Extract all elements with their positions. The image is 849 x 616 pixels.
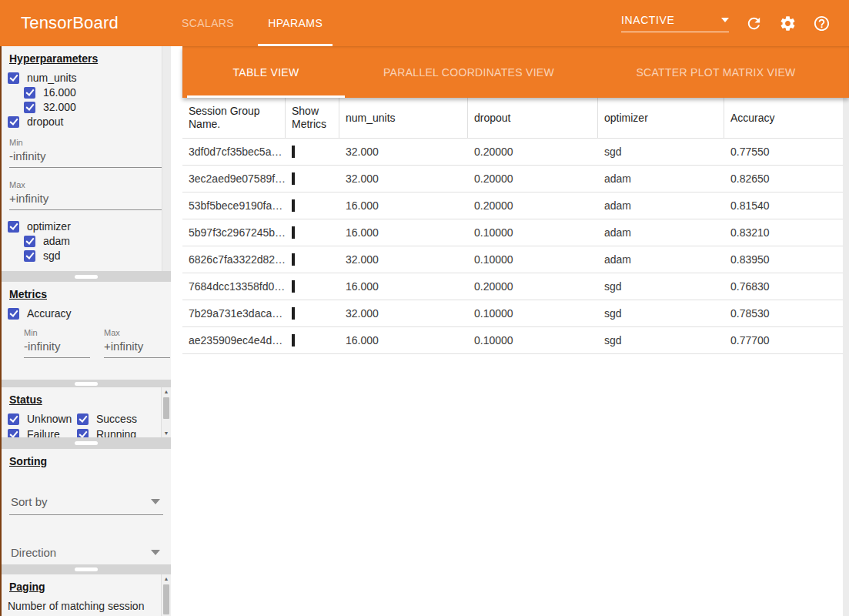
max-field-input[interactable]: +infinity [9,189,163,210]
hparam-checkbox-row: 32.000 [24,100,163,114]
show-metrics-checkbox[interactable] [292,280,295,293]
min-field-label: Min [24,328,90,337]
status-option: Success [77,412,157,426]
show-metrics-checkbox[interactable] [292,253,295,266]
session-group-name-cell: 3df0d7cf35bec5a… [182,146,286,158]
checkbox-label: adam [43,235,70,247]
accuracy-cell: 0.83210 [724,226,849,239]
show-metrics-checkbox[interactable] [292,199,295,212]
session-group-name-cell: 7b29a731e3daca… [182,307,286,320]
max-field-label: Max [9,180,163,189]
table-row: 5b97f3c2967245b… 16.000 0.10000 adam 0.8… [182,219,849,246]
section-scrollbar-track[interactable] [162,46,171,271]
scrollbar-thumb[interactable] [163,584,169,614]
min-field-input[interactable]: -infinity [9,147,163,168]
num-units-checkbox[interactable] [8,72,19,84]
optimizer-sgd-checkbox[interactable] [24,250,35,262]
section-resize-handle[interactable] [75,567,98,571]
section-resize-handle[interactable] [75,382,98,386]
scroll-up-icon[interactable]: ▲ [164,574,169,583]
direction-dropdown[interactable]: Direction [9,543,163,564]
checkbox-label: sgd [43,249,61,262]
status-running-checkbox[interactable] [77,429,89,438]
metrics-max-input[interactable]: +infinity [104,337,170,358]
show-metrics-cell [286,253,339,266]
run-status-dropdown[interactable]: INACTIVE [621,14,729,32]
table-row: 3ec2aed9e07589f… 32.000 0.20000 adam 0.8… [182,166,849,192]
table-row: 7684dcc13358fd0… 16.000 0.20000 sgd 0.76… [182,273,849,300]
metrics-max-field: Max +infinity [104,328,170,358]
optimizer-cell: sgd [598,280,724,293]
matching-session-groups-count: Number of matching session groups: 8 [8,599,150,616]
status-failure-checkbox[interactable] [8,429,19,438]
show-metrics-checkbox[interactable] [292,334,295,346]
refresh-icon[interactable] [744,14,763,32]
show-metrics-checkbox[interactable] [292,146,295,158]
scrollbar-thumb[interactable] [163,397,169,419]
section-divider [2,271,171,282]
hparam-checkbox-row: num_units [8,71,163,85]
table-row: 6826c7fa3322d82… 32.000 0.10000 adam 0.8… [182,246,849,273]
paging-scrollbar[interactable]: ▲ [161,574,171,616]
checkbox-label: Unknown [27,413,72,425]
session-group-name-cell: 5b97f3c2967245b… [182,226,286,239]
optimizer-cell: adam [598,172,724,185]
section-divider [2,380,171,387]
metrics-heading: Metrics [9,288,163,300]
scroll-up-icon[interactable]: ▲ [164,387,169,396]
table-row: 53bf5bece9190fa… 16.000 0.20000 adam 0.8… [182,192,849,219]
table-scrollbar-track[interactable] [843,98,849,616]
hyperparameters-section: Hyperparameters num_units 16.000 32.000 … [2,46,171,271]
dropout-cell: 0.10000 [468,307,598,320]
sorting-section: Sorting Sort by Direction [2,449,171,564]
show-metrics-cell [286,307,339,320]
dropout-checkbox[interactable] [8,116,19,128]
optimizer-checkbox[interactable] [8,221,19,233]
num-units-cell: 16.000 [339,280,468,293]
session-groups-table: Session Group Name. Show Metrics num_uni… [182,98,849,616]
status-scrollbar[interactable]: ▲ ▼ [161,387,171,437]
metrics-min-input[interactable]: -infinity [24,337,90,358]
num-units-32-checkbox[interactable] [24,102,35,113]
column-header-dropout: dropout [468,98,598,138]
hyperparameters-heading: Hyperparameters [9,52,163,65]
column-header-num-units: num_units [339,98,468,138]
sorting-heading: Sorting [9,455,163,467]
hparam-checkbox-row: adam [24,234,163,248]
help-icon[interactable] [812,14,831,32]
num-units-cell: 32.000 [339,253,468,266]
status-unknown-checkbox[interactable] [8,413,19,425]
checkbox-label: 32.000 [43,101,76,113]
dropout-cell: 0.20000 [468,146,598,158]
num-units-cell: 16.000 [339,334,468,346]
section-resize-handle[interactable] [75,441,98,445]
section-divider [2,437,171,449]
tab-table-view[interactable]: TABLE VIEW [187,46,345,98]
optimizer-cell: adam [598,199,724,212]
status-success-checkbox[interactable] [77,413,89,425]
paging-heading: Paging [9,581,157,593]
app-title: TensorBoard [21,13,119,33]
show-metrics-checkbox[interactable] [292,307,295,320]
accuracy-checkbox[interactable] [8,308,19,320]
optimizer-adam-checkbox[interactable] [24,236,35,247]
table-body: 3df0d7cf35bec5a… 32.000 0.20000 sgd 0.77… [182,139,849,354]
chevron-down-icon [151,550,160,555]
accuracy-cell: 0.77550 [724,146,849,158]
direction-value: Direction [11,546,56,559]
settings-gear-icon[interactable] [778,14,797,32]
num-units-cell: 16.000 [339,199,468,212]
section-resize-handle[interactable] [75,275,98,279]
scroll-down-icon[interactable]: ▼ [164,429,169,437]
show-metrics-checkbox[interactable] [292,172,295,185]
sort-by-dropdown[interactable]: Sort by [9,492,163,515]
num-units-16-checkbox[interactable] [24,87,35,99]
toolbar-right: INACTIVE [621,0,831,46]
accuracy-cell: 0.82650 [724,172,849,185]
tab-scatter-plot-matrix-view[interactable]: SCATTER PLOT MATRIX VIEW [593,46,839,98]
show-metrics-checkbox[interactable] [292,226,295,239]
nav-tab-hparams[interactable]: HPARAMS [251,0,339,46]
min-field-label: Min [9,138,163,147]
nav-tab-scalars[interactable]: SCALARS [165,0,251,46]
tab-parallel-coordinates-view[interactable]: PARALLEL COORDINATES VIEW [345,46,593,98]
